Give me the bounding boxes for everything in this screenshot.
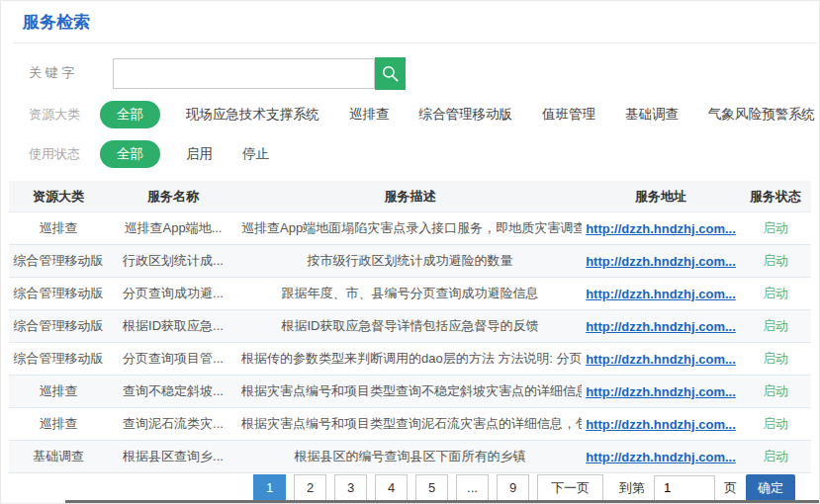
service-url-link[interactable]: http://dzzh.hndzhj.com... — [586, 221, 736, 236]
cell-category: 综合管理移动版 — [9, 317, 108, 335]
cell-service-url: http://dzzh.hndzhj.com... — [582, 417, 740, 432]
status-options: 全部启用停止 — [100, 140, 299, 168]
col-header-name: 服务名称 — [108, 188, 238, 206]
category-filter-option[interactable]: 气象风险预警系统 — [708, 106, 815, 124]
cell-service-name: 根据县区查询乡... — [108, 448, 238, 465]
category-filter-label: 资源大类 — [29, 106, 100, 124]
col-header-url: 服务地址 — [582, 188, 740, 206]
service-url-link[interactable]: http://dzzh.hndzhj.com... — [586, 417, 736, 432]
cell-description: 根据传的参数类型来判断调用的dao层的方法 方法说明: 分页查询 调... — [238, 350, 582, 368]
cell-category: 巡排查 — [9, 382, 108, 400]
pagination: 12345...9 下一页 到第 页 确定 — [253, 474, 795, 501]
cell-service-name: 巡排查App端地... — [108, 219, 238, 237]
cell-description: 根据ID获取应急督导详情包括应急督导的反馈 — [238, 317, 582, 335]
category-filter-option[interactable]: 巡排查 — [349, 106, 390, 124]
confirm-button[interactable]: 确定 — [746, 474, 795, 501]
category-filter-option[interactable]: 基础调查 — [625, 106, 679, 124]
cell-service-name: 分页查询成功避... — [108, 285, 238, 302]
cell-service-url: http://dzzh.hndzhj.com... — [582, 450, 740, 464]
service-url-link[interactable]: http://dzzh.hndzhj.com... — [586, 352, 736, 367]
category-filter-option[interactable]: 综合管理移动版 — [419, 106, 513, 124]
table-row: 巡排查查询不稳定斜坡...根据灾害点编号和项目类型查询不稳定斜坡灾害点的详细信息… — [9, 376, 811, 408]
table-row: 综合管理移动版行政区划统计成...按市级行政区划统计成功避险的数量http://… — [9, 245, 811, 278]
cell-category: 综合管理移动版 — [9, 285, 108, 302]
cell-service-url: http://dzzh.hndzhj.com... — [582, 319, 740, 334]
table-row: 巡排查查询泥石流类灾...根据灾害点编号和项目类型查询泥石流灾害点的详细信息，包… — [9, 408, 811, 441]
status-filter-option[interactable]: 停止 — [242, 145, 269, 163]
horizontal-scrollbar[interactable] — [65, 500, 819, 503]
status-badge: 启动 — [740, 415, 811, 433]
table-body: 巡排查巡排查App端地...巡排查App端地面塌陷灾害点录入接口服务，即地质灾害… — [9, 212, 811, 473]
next-page-button[interactable]: 下一页 — [537, 474, 603, 501]
keyword-label: 关 键 字 — [29, 64, 100, 82]
table-row: 综合管理移动版根据ID获取应急...根据ID获取应急督导详情包括应急督导的反馈h… — [9, 310, 811, 343]
service-url-link[interactable]: http://dzzh.hndzhj.com... — [586, 287, 736, 301]
search-icon — [381, 64, 400, 83]
status-filter-label: 使用状态 — [29, 145, 100, 163]
cell-description: 根据灾害点编号和项目类型查询泥石流灾害点的详细信息，包含两卡... — [238, 415, 582, 433]
page-button-1[interactable]: 1 — [253, 474, 286, 501]
goto-label: 到第 — [619, 479, 645, 497]
search-row: 关 键 字 — [29, 57, 819, 89]
page-button-5[interactable]: 5 — [415, 474, 448, 501]
status-badge: 启动 — [740, 252, 811, 270]
filter-row-category: 资源大类 全部现场应急技术支撑系统巡排查综合管理移动版值班管理基础调查气象风险预… — [29, 101, 819, 128]
table-row: 综合管理移动版分页查询成功避...跟据年度、市、县编号分页查询成功避险信息htt… — [9, 278, 811, 310]
col-header-description: 服务描述 — [238, 188, 582, 206]
filter-row-status: 使用状态 全部启用停止 — [29, 140, 819, 168]
service-url-link[interactable]: http://dzzh.hndzhj.com... — [586, 254, 736, 269]
cell-category: 综合管理移动版 — [9, 350, 108, 368]
cell-service-name: 根据ID获取应急... — [108, 317, 238, 335]
status-badge: 启动 — [740, 317, 811, 335]
cell-description: 按市级行政区划统计成功避险的数量 — [238, 252, 582, 270]
cell-service-url: http://dzzh.hndzhj.com... — [582, 287, 740, 301]
cell-service-name: 查询泥石流类灾... — [108, 415, 238, 433]
service-url-link[interactable]: http://dzzh.hndzhj.com... — [586, 319, 736, 334]
cell-service-url: http://dzzh.hndzhj.com... — [582, 352, 740, 367]
page-title: 服务检索 — [1, 1, 819, 42]
goto-page-input[interactable] — [654, 475, 715, 501]
col-header-category: 资源大类 — [9, 188, 108, 206]
category-filter-option[interactable]: 现场应急技术支撑系统 — [186, 106, 319, 124]
cell-category: 综合管理移动版 — [9, 252, 108, 270]
cell-service-url: http://dzzh.hndzhj.com... — [582, 221, 740, 236]
page-button-3[interactable]: 3 — [334, 474, 367, 501]
table-header: 资源大类 服务名称 服务描述 服务地址 服务状态 — [9, 181, 811, 212]
status-badge: 启动 — [740, 219, 811, 237]
service-search-panel: 服务检索 关 键 字 资源大类 全部现场应急技术支撑系统巡排查综合管理移动版值班… — [0, 0, 820, 504]
cell-service-name: 分页查询项目管... — [108, 350, 238, 368]
cell-service-url: http://dzzh.hndzhj.com... — [582, 254, 740, 269]
status-badge: 启动 — [740, 448, 811, 465]
page-button-2[interactable]: 2 — [294, 474, 326, 501]
status-filter-option[interactable]: 全部 — [100, 140, 160, 168]
page-button-4[interactable]: 4 — [375, 474, 408, 501]
cell-service-name: 查询不稳定斜坡... — [108, 382, 238, 400]
table-row: 综合管理移动版分页查询项目管...根据传的参数类型来判断调用的dao层的方法 方… — [9, 343, 811, 376]
service-url-link[interactable]: http://dzzh.hndzhj.com... — [586, 450, 736, 464]
cell-description: 根据灾害点编号和项目类型查询不稳定斜坡灾害点的详细信息,包括详... — [238, 382, 582, 400]
status-badge: 启动 — [740, 285, 811, 302]
cell-service-url: http://dzzh.hndzhj.com... — [582, 384, 740, 399]
search-input[interactable] — [113, 58, 375, 89]
service-url-link[interactable]: http://dzzh.hndzhj.com... — [586, 384, 736, 399]
status-badge: 启动 — [740, 382, 811, 400]
page-button-9[interactable]: 9 — [497, 474, 529, 501]
category-filter-option[interactable]: 全部 — [100, 101, 160, 128]
cell-category: 巡排查 — [9, 415, 108, 433]
title-divider — [13, 42, 817, 43]
cell-category: 基础调查 — [9, 448, 108, 465]
cell-category: 巡排查 — [9, 219, 108, 237]
cell-description: 根据县区的编号查询县区下面所有的乡镇 — [238, 448, 582, 465]
service-table: 资源大类 服务名称 服务描述 服务地址 服务状态 巡排查巡排查App端地...巡… — [9, 181, 811, 473]
cell-description: 跟据年度、市、县编号分页查询成功避险信息 — [238, 285, 582, 302]
search-button[interactable] — [375, 57, 406, 90]
status-filter-option[interactable]: 启用 — [186, 145, 213, 163]
table-row: 巡排查巡排查App端地...巡排查App端地面塌陷灾害点录入接口服务，即地质灾害… — [9, 212, 811, 245]
cell-service-name: 行政区划统计成... — [108, 252, 238, 270]
page-buttons: 12345...9 — [253, 474, 537, 501]
page-unit-label: 页 — [724, 479, 737, 497]
page-ellipsis-button[interactable]: ... — [456, 474, 489, 501]
category-filter-option[interactable]: 值班管理 — [542, 106, 595, 124]
cell-description: 巡排查App端地面塌陷灾害点录入接口服务，即地质灾害调查基本信... — [238, 219, 582, 237]
category-options: 全部现场应急技术支撑系统巡排查综合管理移动版值班管理基础调查气象风险预警系统 — [100, 101, 820, 128]
